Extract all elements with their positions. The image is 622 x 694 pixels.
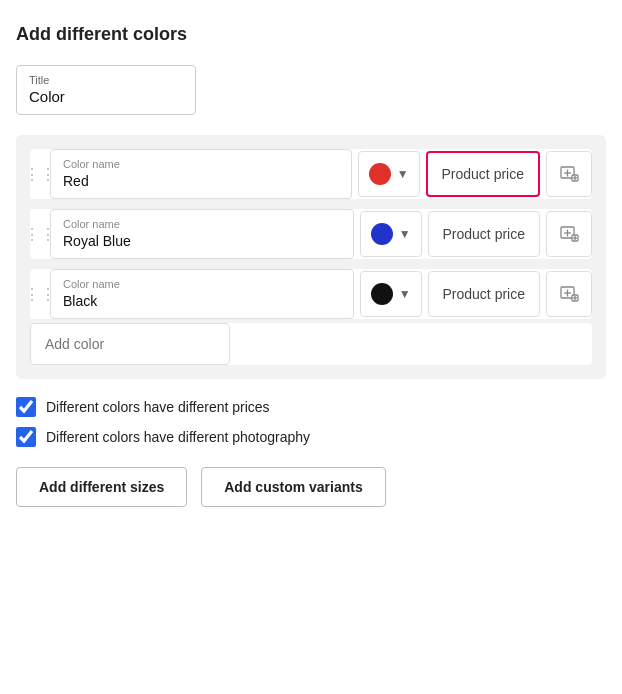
product-price-button-black[interactable]: Product price xyxy=(428,271,540,317)
checkbox-row-diff-photos: Different colors have different photogra… xyxy=(16,427,606,447)
image-add-button-royal-blue[interactable] xyxy=(546,211,592,257)
color-circle-black xyxy=(371,283,393,305)
color-name-field-black: Color name xyxy=(50,269,354,319)
drag-handle-icon[interactable]: ⋮⋮ xyxy=(30,285,50,304)
title-field-label: Title xyxy=(29,74,183,86)
color-name-input-black[interactable] xyxy=(63,293,341,309)
color-circle-royal-blue xyxy=(371,223,393,245)
chevron-down-icon-royal-blue: ▼ xyxy=(399,227,411,241)
chevron-down-icon-red: ▼ xyxy=(397,167,409,181)
drag-handle-icon[interactable]: ⋮⋮ xyxy=(30,225,50,244)
color-name-field-royal-blue: Color name xyxy=(50,209,354,259)
color-swatch-dropdown-black[interactable]: ▼ xyxy=(360,271,422,317)
image-add-button-red[interactable] xyxy=(546,151,592,197)
checkbox-label-diff-photos: Different colors have different photogra… xyxy=(46,429,310,445)
color-name-label-black: Color name xyxy=(63,278,341,290)
buttons-section: Add different sizes Add custom variants xyxy=(16,467,606,507)
add-custom-variants-button[interactable]: Add custom variants xyxy=(201,467,385,507)
color-swatch-dropdown-royal-blue[interactable]: ▼ xyxy=(360,211,422,257)
checkbox-diff-photos[interactable] xyxy=(16,427,36,447)
color-row-royal-blue: ⋮⋮ Color name ▼ Product price xyxy=(30,209,592,259)
add-color-input[interactable] xyxy=(30,323,230,365)
checkboxes-section: Different colors have different pricesDi… xyxy=(16,397,606,447)
color-swatch-dropdown-red[interactable]: ▼ xyxy=(358,151,420,197)
product-price-button-royal-blue[interactable]: Product price xyxy=(428,211,540,257)
title-input[interactable] xyxy=(29,88,183,105)
checkbox-label-diff-prices: Different colors have different prices xyxy=(46,399,270,415)
drag-handle-icon[interactable]: ⋮⋮ xyxy=(30,165,50,184)
color-circle-red xyxy=(369,163,391,185)
image-add-icon-black xyxy=(559,284,579,304)
color-name-label-red: Color name xyxy=(63,158,339,170)
color-rows-container: ⋮⋮ Color name ▼ Product price xyxy=(30,149,592,319)
title-input-container: Title xyxy=(16,65,196,115)
image-add-icon-red xyxy=(559,164,579,184)
color-name-field-red: Color name xyxy=(50,149,352,199)
color-name-input-royal-blue[interactable] xyxy=(63,233,341,249)
colors-section: ⋮⋮ Color name ▼ Product price xyxy=(16,135,606,379)
image-add-icon-royal-blue xyxy=(559,224,579,244)
product-price-button-red[interactable]: Product price xyxy=(426,151,540,197)
add-color-row xyxy=(30,323,592,365)
checkbox-row-diff-prices: Different colors have different prices xyxy=(16,397,606,417)
color-row-black: ⋮⋮ Color name ▼ Product price xyxy=(30,269,592,319)
checkbox-diff-prices[interactable] xyxy=(16,397,36,417)
add-different-sizes-button[interactable]: Add different sizes xyxy=(16,467,187,507)
color-name-input-red[interactable] xyxy=(63,173,339,189)
image-add-button-black[interactable] xyxy=(546,271,592,317)
color-row-red: ⋮⋮ Color name ▼ Product price xyxy=(30,149,592,199)
page-title: Add different colors xyxy=(16,24,606,45)
chevron-down-icon-black: ▼ xyxy=(399,287,411,301)
color-name-label-royal-blue: Color name xyxy=(63,218,341,230)
title-field-wrapper: Title xyxy=(16,65,196,115)
